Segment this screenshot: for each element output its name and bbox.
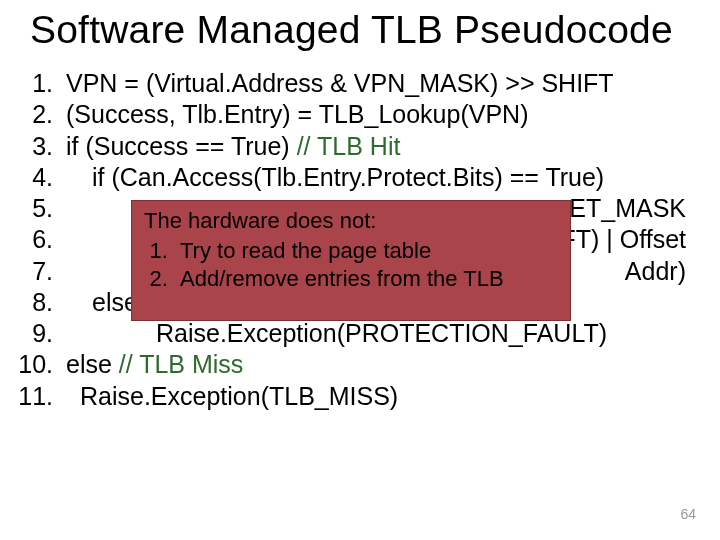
code-comment: // TLB Hit [297,132,401,160]
code-text: Raise.Exception(TLB_MISS) [66,381,398,412]
callout-box: The hardware does not: Try to read the p… [131,200,571,321]
callout-item: Try to read the page table [174,237,560,265]
code-text: VPN = (Virtual.Address & VPN_MASK) >> SH… [66,69,614,97]
code-line: (Success, Tlb.Entry) = TLB_Lookup(VPN) [60,99,700,130]
code-text: if (Can.Access(Tlb.Entry.Protect.Bits) =… [66,162,604,193]
code-line: if (Can.Access(Tlb.Entry.Protect.Bits) =… [60,162,700,193]
page-number: 64 [680,506,696,522]
code-line: Raise.Exception(TLB_MISS) [60,381,700,412]
callout-header: The hardware does not: [144,207,560,235]
code-fragment: ET_MASK [569,193,686,224]
callout-item: Add/remove entries from the TLB [174,265,560,293]
code-line: if (Success == True) // TLB Hit [60,131,700,162]
code-line: else // TLB Miss [60,349,700,380]
code-fragment: Addr) [625,256,686,287]
code-comment: // TLB Miss [119,350,244,378]
code-text: (Success, Tlb.Entry) = TLB_Lookup(VPN) [66,100,528,128]
slide-title: Software Managed TLB Pseudocode [0,0,720,52]
code-text: Raise.Exception(PROTECTION_FAULT) [66,318,607,349]
code-line: VPN = (Virtual.Address & VPN_MASK) >> SH… [60,68,700,99]
code-line: Raise.Exception(PROTECTION_FAULT) [60,318,700,349]
code-text: if (Success == True) [66,132,297,160]
code-text: else [66,287,138,318]
code-text: else [66,350,119,378]
slide: Software Managed TLB Pseudocode VPN = (V… [0,0,720,540]
